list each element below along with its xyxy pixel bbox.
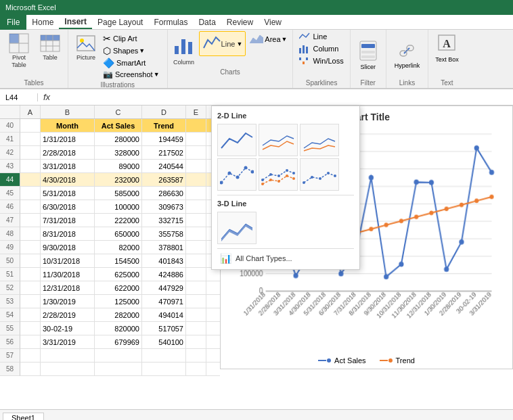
list-item[interactable] (142, 363, 186, 376)
menu-insert[interactable]: Insert (59, 16, 92, 29)
shapes-button[interactable]: ⬡ Shapes ▼ (101, 45, 162, 57)
list-item[interactable] (186, 254, 206, 268)
list-item[interactable]: 8/31/2018 (41, 227, 95, 241)
list-item[interactable] (20, 119, 41, 133)
list-item[interactable] (20, 322, 41, 335)
list-item[interactable]: 4/30/2018 (41, 173, 95, 187)
list-item[interactable]: 378801 (142, 241, 186, 254)
area-chart-button[interactable]: Area ▼ (247, 31, 290, 47)
chart-type-line5[interactable] (259, 158, 298, 191)
column-chart-button[interactable]: Column (171, 31, 198, 67)
list-item[interactable]: 10/31/2018 (41, 254, 95, 268)
sparkline-winloss-button[interactable]: Win/Loss (297, 55, 345, 66)
list-item[interactable]: 494014 (142, 308, 186, 322)
list-item[interactable]: 622000 (95, 281, 142, 295)
list-item[interactable]: 82000 (95, 241, 142, 254)
list-item[interactable]: 232000 (95, 173, 142, 187)
menu-data[interactable]: Data (193, 16, 221, 28)
list-item[interactable] (186, 349, 206, 363)
list-item[interactable]: 309673 (142, 200, 186, 214)
menu-file[interactable]: File (0, 15, 26, 30)
list-item[interactable] (186, 173, 206, 187)
list-item[interactable] (206, 322, 220, 335)
list-item[interactable] (20, 227, 41, 241)
list-item[interactable] (186, 227, 206, 241)
screenshot-button[interactable]: 📷 Screenshot ▼ (101, 69, 162, 80)
list-item[interactable]: 217502 (142, 146, 186, 160)
list-item[interactable] (186, 214, 206, 227)
list-item[interactable] (206, 268, 220, 281)
sheet-tab-sheet1[interactable]: Sheet1 (3, 413, 44, 420)
list-item[interactable] (186, 322, 206, 335)
list-item[interactable]: 470971 (142, 295, 186, 308)
list-item[interactable] (20, 146, 41, 160)
list-item[interactable]: 30-02-19 (41, 322, 95, 335)
list-item[interactable]: 2/28/2019 (41, 308, 95, 322)
list-item[interactable] (20, 133, 41, 146)
list-item[interactable] (20, 241, 41, 254)
list-item[interactable] (206, 308, 220, 322)
line-chart-button[interactable]: Line ▼ (199, 31, 246, 56)
list-item[interactable] (186, 146, 206, 160)
list-item[interactable]: 263587 (142, 173, 186, 187)
list-item[interactable]: 585000 (95, 187, 142, 200)
list-item[interactable]: 540100 (142, 335, 186, 349)
list-item[interactable]: 820000 (95, 322, 142, 335)
list-item[interactable]: 11/30/2018 (41, 268, 95, 281)
list-item[interactable]: 286630 (142, 187, 186, 200)
list-item[interactable] (186, 281, 206, 295)
list-item[interactable] (186, 200, 206, 214)
list-item[interactable]: 154500 (95, 254, 142, 268)
list-item[interactable] (186, 187, 206, 200)
slicer-button[interactable]: Slicer (355, 39, 382, 72)
all-chart-types-button[interactable]: 📊 All Chart Types... (215, 250, 357, 266)
clip-art-button[interactable]: ✂ Clip Art (101, 32, 162, 45)
textbox-button[interactable]: A Text Box (432, 31, 462, 64)
sparkline-line-button[interactable]: Line (297, 31, 345, 42)
menu-page-layout[interactable]: Page Layout (92, 16, 148, 28)
list-item[interactable] (186, 160, 206, 173)
list-item[interactable] (20, 187, 41, 200)
list-item[interactable]: 240544 (142, 160, 186, 173)
list-item[interactable] (206, 281, 220, 295)
list-item[interactable]: 447929 (142, 281, 186, 295)
list-item[interactable]: 282000 (95, 308, 142, 322)
list-item[interactable]: 3/31/2019 (41, 335, 95, 349)
list-item[interactable] (20, 254, 41, 268)
list-item[interactable] (20, 214, 41, 227)
chart-type-3dline[interactable] (217, 212, 256, 244)
formula-content[interactable] (55, 89, 510, 105)
list-item[interactable]: 1/31/2018 (41, 133, 95, 146)
list-item[interactable] (186, 363, 206, 376)
list-item[interactable] (20, 281, 41, 295)
list-item[interactable] (20, 160, 41, 173)
pivot-table-button[interactable]: PivotTable (3, 31, 35, 70)
hyperlink-button[interactable]: Hyperlink (391, 40, 424, 70)
list-item[interactable]: 332715 (142, 214, 186, 227)
list-item[interactable] (20, 173, 41, 187)
list-item[interactable]: 7/31/2018 (41, 214, 95, 227)
list-item[interactable]: 625000 (95, 268, 142, 281)
list-item[interactable]: 517057 (142, 322, 186, 335)
list-item[interactable]: 2/28/2018 (41, 146, 95, 160)
list-item[interactable]: 650000 (95, 227, 142, 241)
list-item[interactable]: 9/30/2018 (41, 241, 95, 254)
list-item[interactable] (186, 335, 206, 349)
list-item[interactable]: 6/30/2018 (41, 200, 95, 214)
list-item[interactable] (186, 133, 206, 146)
table-button[interactable]: Table (35, 31, 65, 62)
chart-type-line4[interactable] (217, 158, 256, 191)
list-item[interactable] (20, 200, 41, 214)
list-item[interactable] (206, 335, 220, 349)
list-item[interactable] (186, 295, 206, 308)
list-item[interactable] (41, 363, 95, 376)
list-item[interactable]: 355758 (142, 227, 186, 241)
chart-type-line2[interactable] (259, 124, 298, 156)
list-item[interactable]: 679969 (95, 335, 142, 349)
list-item[interactable] (95, 363, 142, 376)
list-item[interactable] (20, 349, 41, 363)
list-item[interactable]: 5/31/2018 (41, 187, 95, 200)
list-item[interactable]: 89000 (95, 160, 142, 173)
list-item[interactable] (186, 268, 206, 281)
list-item[interactable] (206, 295, 220, 308)
